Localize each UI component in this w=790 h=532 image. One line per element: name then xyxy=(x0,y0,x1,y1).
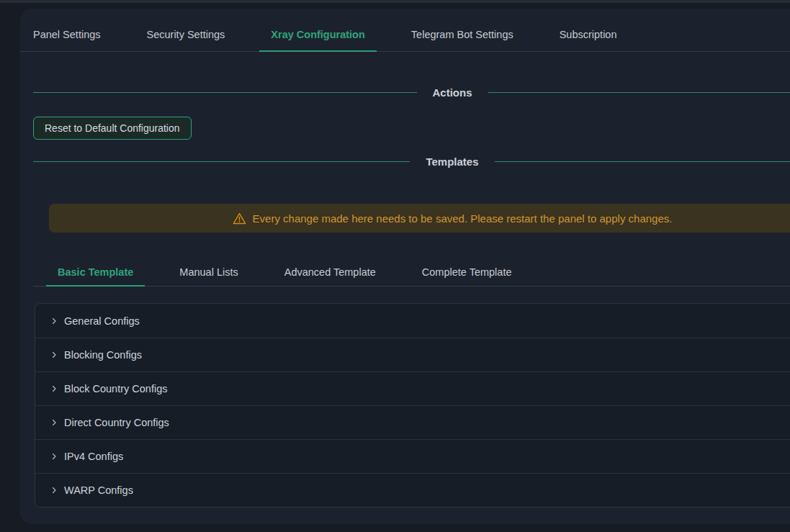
collapse-block-country-configs[interactable]: Block Country Configs xyxy=(35,371,790,405)
settings-tab-bar: Panel Settings Security Settings Xray Co… xyxy=(20,9,790,52)
settings-card: Panel Settings Security Settings Xray Co… xyxy=(20,9,790,524)
divider-line xyxy=(33,92,417,93)
tab-advanced-template[interactable]: Advanced Template xyxy=(273,258,387,286)
divider-line xyxy=(495,161,790,162)
collapse-blocking-configs[interactable]: Blocking Configs xyxy=(35,338,790,371)
chevron-right-icon xyxy=(50,384,58,393)
chevron-right-icon xyxy=(50,452,58,461)
template-tab-bar: Basic Template Manual Lists Advanced Tem… xyxy=(33,258,790,287)
templates-divider: Templates xyxy=(33,154,790,168)
actions-divider-label: Actions xyxy=(433,86,472,99)
config-collapse-list: General Configs Blocking Configs Block C… xyxy=(35,303,790,508)
collapse-row-label: Block Country Configs xyxy=(64,383,167,395)
warning-triangle-icon xyxy=(233,212,246,225)
chevron-right-icon xyxy=(50,317,58,325)
reset-to-default-button[interactable]: Reset to Default Configuration xyxy=(33,117,192,140)
warning-text: Every change made here needs to be saved… xyxy=(253,212,673,225)
tab-subscription[interactable]: Subscription xyxy=(548,29,629,51)
collapse-row-label: WARP Configs xyxy=(64,484,133,496)
collapse-general-configs[interactable]: General Configs xyxy=(35,304,790,338)
divider-line xyxy=(33,161,410,162)
templates-divider-label: Templates xyxy=(426,155,478,168)
chevron-right-icon xyxy=(50,418,58,427)
collapse-row-label: Blocking Configs xyxy=(64,349,142,361)
header-bottom-edge xyxy=(0,0,790,3)
tab-security-settings[interactable]: Security Settings xyxy=(135,29,237,51)
actions-divider: Actions xyxy=(33,85,790,99)
tab-manual-lists[interactable]: Manual Lists xyxy=(168,258,249,286)
tab-complete-template[interactable]: Complete Template xyxy=(410,258,524,286)
chevron-right-icon xyxy=(50,486,58,495)
divider-line xyxy=(488,92,790,93)
tab-telegram-bot-settings[interactable]: Telegram Bot Settings xyxy=(400,29,525,51)
collapse-direct-country-configs[interactable]: Direct Country Configs xyxy=(35,405,790,439)
collapse-ipv4-configs[interactable]: IPv4 Configs xyxy=(35,439,790,473)
collapse-row-label: Direct Country Configs xyxy=(64,417,169,428)
tab-basic-template[interactable]: Basic Template xyxy=(46,258,145,286)
tab-panel-content: Actions Reset to Default Configuration T… xyxy=(20,85,790,508)
tab-xray-configuration[interactable]: Xray Configuration xyxy=(259,29,377,51)
collapse-row-label: IPv4 Configs xyxy=(64,451,123,462)
tab-panel-settings[interactable]: Panel Settings xyxy=(22,29,112,51)
restart-warning-banner: Every change made here needs to be saved… xyxy=(49,204,790,233)
collapse-row-label: General Configs xyxy=(64,315,140,327)
collapse-warp-configs[interactable]: WARP Configs xyxy=(35,473,790,507)
chevron-right-icon xyxy=(50,351,58,359)
